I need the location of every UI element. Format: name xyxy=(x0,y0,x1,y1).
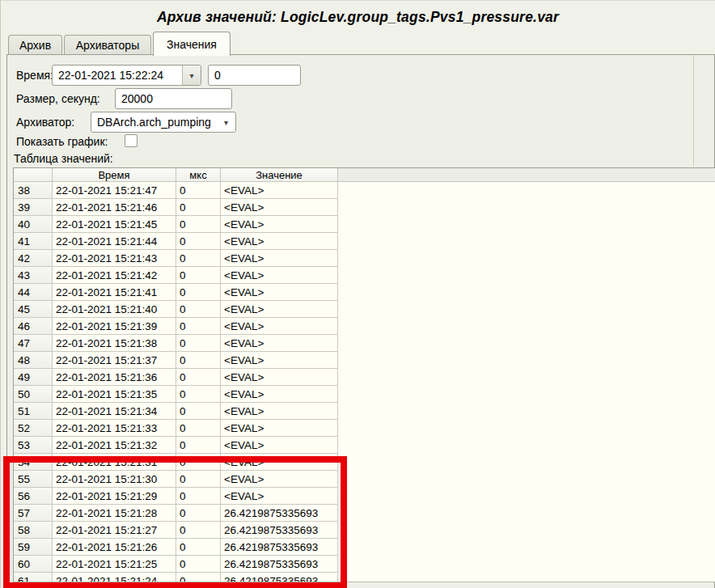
table-row[interactable]: 5022-01-2021 15:21:350<EVAL> xyxy=(14,386,715,403)
row-number[interactable]: 51 xyxy=(14,403,53,420)
cell-time[interactable]: 22-01-2021 15:21:42 xyxy=(53,267,176,284)
cell-usec[interactable]: 0 xyxy=(176,250,221,267)
cell-time[interactable]: 22-01-2021 15:21:29 xyxy=(53,488,176,505)
row-number[interactable]: 41 xyxy=(14,233,53,250)
column-header-num[interactable] xyxy=(14,168,53,182)
table-row[interactable]: 4222-01-2021 15:21:430<EVAL> xyxy=(14,250,715,267)
cell-usec[interactable]: 0 xyxy=(176,420,221,437)
usec-input[interactable]: 0 xyxy=(208,65,301,86)
cell-time[interactable]: 22-01-2021 15:21:25 xyxy=(53,556,176,573)
values-table[interactable]: Время мкс Значение 3822-01-2021 15:21:47… xyxy=(13,167,715,582)
table-row[interactable]: 5422-01-2021 15:21:310<EVAL> xyxy=(14,454,715,471)
column-header-usec[interactable]: мкс xyxy=(176,168,221,182)
cell-time[interactable]: 22-01-2021 15:21:30 xyxy=(53,471,176,488)
cell-usec[interactable]: 0 xyxy=(176,216,221,233)
row-number[interactable]: 58 xyxy=(14,522,53,539)
row-number[interactable]: 61 xyxy=(14,573,53,582)
table-row[interactable]: 4822-01-2021 15:21:370<EVAL> xyxy=(14,352,715,369)
cell-usec[interactable]: 0 xyxy=(176,488,221,505)
table-row[interactable]: 5222-01-2021 15:21:330<EVAL> xyxy=(14,420,715,437)
cell-value[interactable]: <EVAL> xyxy=(221,318,338,335)
cell-time[interactable]: 22-01-2021 15:21:38 xyxy=(53,335,176,352)
cell-time[interactable]: 22-01-2021 15:21:24 xyxy=(53,573,176,582)
cell-time[interactable]: 22-01-2021 15:21:34 xyxy=(53,403,176,420)
cell-usec[interactable]: 0 xyxy=(176,505,221,522)
cell-usec[interactable]: 0 xyxy=(176,335,221,352)
cell-time[interactable]: 22-01-2021 15:21:31 xyxy=(53,454,176,471)
row-number[interactable]: 57 xyxy=(14,505,53,522)
cell-usec[interactable]: 0 xyxy=(176,233,221,250)
cell-value[interactable]: <EVAL> xyxy=(221,182,338,199)
cell-usec[interactable]: 0 xyxy=(176,556,221,573)
cell-time[interactable]: 22-01-2021 15:21:32 xyxy=(53,437,176,454)
table-row[interactable]: 5822-01-2021 15:21:27026.4219875335693 xyxy=(14,522,715,539)
tab-values[interactable]: Значения xyxy=(153,32,231,56)
table-row[interactable]: 4622-01-2021 15:21:390<EVAL> xyxy=(14,318,715,335)
cell-usec[interactable]: 0 xyxy=(176,199,221,216)
cell-usec[interactable]: 0 xyxy=(176,386,221,403)
column-header-time[interactable]: Время xyxy=(53,168,176,182)
cell-value[interactable]: <EVAL> xyxy=(221,267,338,284)
cell-usec[interactable]: 0 xyxy=(176,318,221,335)
row-number[interactable]: 59 xyxy=(14,539,53,556)
cell-time[interactable]: 22-01-2021 15:21:46 xyxy=(53,199,176,216)
row-number[interactable]: 47 xyxy=(14,335,53,352)
row-number[interactable]: 54 xyxy=(14,454,53,471)
cell-value[interactable]: 26.4219875335693 xyxy=(221,539,338,556)
cell-usec[interactable]: 0 xyxy=(176,352,221,369)
tab-archivers[interactable]: Архиваторы xyxy=(64,35,151,55)
cell-value[interactable]: <EVAL> xyxy=(221,335,338,352)
cell-value[interactable]: <EVAL> xyxy=(221,403,338,420)
cell-time[interactable]: 22-01-2021 15:21:28 xyxy=(53,505,176,522)
row-number[interactable]: 60 xyxy=(14,556,53,573)
table-row[interactable]: 5922-01-2021 15:21:26026.4219875335693 xyxy=(14,539,715,556)
table-row[interactable]: 3922-01-2021 15:21:460<EVAL> xyxy=(14,199,715,216)
table-row[interactable]: 4422-01-2021 15:21:410<EVAL> xyxy=(14,284,715,301)
cell-usec[interactable]: 0 xyxy=(176,539,221,556)
table-row[interactable]: 5622-01-2021 15:21:290<EVAL> xyxy=(14,488,715,505)
cell-time[interactable]: 22-01-2021 15:21:41 xyxy=(53,284,176,301)
cell-value[interactable]: <EVAL> xyxy=(221,284,338,301)
time-value[interactable]: 22-01-2021 15:22:24 xyxy=(53,66,182,85)
table-row[interactable]: 6022-01-2021 15:21:25026.4219875335693 xyxy=(14,556,715,573)
cell-value[interactable]: 26.4219875335693 xyxy=(221,505,338,522)
table-row[interactable]: 5722-01-2021 15:21:28026.4219875335693 xyxy=(14,505,715,522)
row-number[interactable]: 53 xyxy=(14,437,53,454)
table-row[interactable]: 4722-01-2021 15:21:380<EVAL> xyxy=(14,335,715,352)
archiver-select[interactable]: DBArch.arch_pumping ▾ xyxy=(91,112,236,133)
cell-value[interactable]: <EVAL> xyxy=(221,233,338,250)
row-number[interactable]: 46 xyxy=(14,318,53,335)
show-graph-checkbox[interactable] xyxy=(125,134,138,147)
cell-usec[interactable]: 0 xyxy=(176,403,221,420)
cell-value[interactable]: 26.4219875335693 xyxy=(221,573,338,582)
row-number[interactable]: 48 xyxy=(14,352,53,369)
table-row[interactable]: 5322-01-2021 15:21:320<EVAL> xyxy=(14,437,715,454)
cell-value[interactable]: <EVAL> xyxy=(221,216,338,233)
cell-time[interactable]: 22-01-2021 15:21:33 xyxy=(53,420,176,437)
cell-value[interactable]: <EVAL> xyxy=(221,250,338,267)
cell-usec[interactable]: 0 xyxy=(176,369,221,386)
cell-value[interactable]: <EVAL> xyxy=(221,386,338,403)
row-number[interactable]: 56 xyxy=(14,488,53,505)
row-number[interactable]: 44 xyxy=(14,284,53,301)
cell-time[interactable]: 22-01-2021 15:21:27 xyxy=(53,522,176,539)
archiver-value[interactable]: DBArch.arch_pumping xyxy=(91,112,217,132)
table-row[interactable]: 4322-01-2021 15:21:420<EVAL> xyxy=(14,267,715,284)
cell-value[interactable]: <EVAL> xyxy=(221,471,338,488)
row-number[interactable]: 55 xyxy=(14,471,53,488)
tab-archive[interactable]: Архив xyxy=(8,35,62,55)
cell-usec[interactable]: 0 xyxy=(176,267,221,284)
row-number[interactable]: 40 xyxy=(14,216,53,233)
time-combobox[interactable]: 22-01-2021 15:22:24 ▾ xyxy=(52,65,201,86)
cell-value[interactable]: 26.4219875335693 xyxy=(221,556,338,573)
cell-value[interactable]: <EVAL> xyxy=(221,454,338,471)
cell-value[interactable]: <EVAL> xyxy=(221,352,338,369)
row-number[interactable]: 42 xyxy=(14,250,53,267)
cell-time[interactable]: 22-01-2021 15:21:47 xyxy=(53,182,176,199)
table-row[interactable]: 3822-01-2021 15:21:470<EVAL> xyxy=(14,182,715,199)
cell-time[interactable]: 22-01-2021 15:21:39 xyxy=(53,318,176,335)
size-input[interactable]: 20000 xyxy=(115,88,232,109)
row-number[interactable]: 52 xyxy=(14,420,53,437)
column-header-value[interactable]: Значение xyxy=(221,168,338,182)
row-number[interactable]: 43 xyxy=(14,267,53,284)
